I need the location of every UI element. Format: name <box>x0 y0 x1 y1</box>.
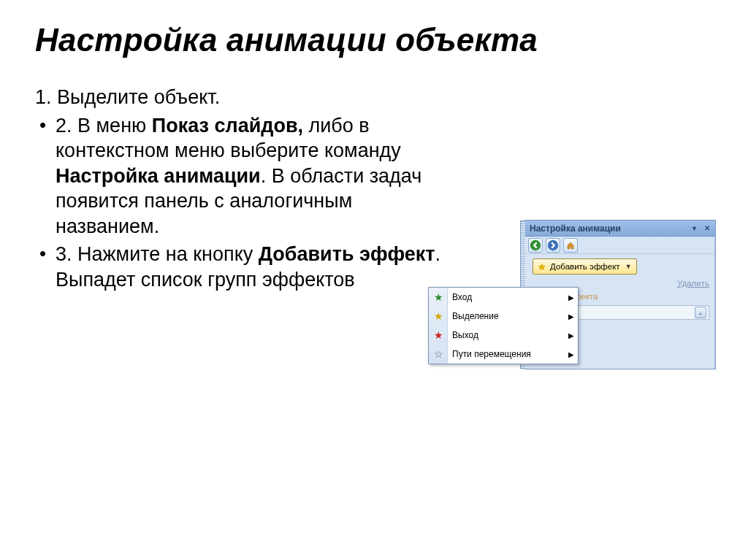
motion-path-star-icon: ☆ <box>432 348 444 360</box>
step-2: 2. В меню Показ слайдов, либо в контекст… <box>35 113 459 239</box>
popup-item-motion-paths[interactable]: ☆ Пути перемещения ▶ <box>429 345 578 364</box>
remove-link[interactable]: Удалить <box>677 279 709 288</box>
pane-header: Настройка анимации ▾ ✕ <box>525 220 715 237</box>
step-3-a: Нажмите на кнопку <box>77 243 259 265</box>
effect-popup-menu: ★ Вход ▶ ★ Выделение ▶ ★ Выход ▶ ☆ Пути … <box>428 287 579 364</box>
step-2-a: В меню <box>77 115 152 137</box>
embedded-screenshot: Настройка анимации ▾ ✕ ★ Добавить эффект… <box>428 220 742 380</box>
step-1-text: Выделите объект. <box>57 86 220 108</box>
step-2-d: Настройка анимации <box>56 165 261 187</box>
popup-item-label: Выход <box>452 330 478 340</box>
step-1: 1. Выделите объект. <box>35 85 459 110</box>
popup-item-emphasis[interactable]: ★ Выделение ▶ <box>429 307 578 326</box>
entrance-star-icon: ★ <box>432 291 444 303</box>
nav-forward-icon[interactable] <box>546 238 560 253</box>
svg-point-0 <box>530 239 541 250</box>
chevron-down-icon: ▼ <box>625 263 632 270</box>
close-icon[interactable]: ✕ <box>702 223 712 234</box>
svg-point-1 <box>548 239 558 250</box>
step-3-num: 3. <box>56 243 72 265</box>
step-2-num: 2. <box>56 115 72 137</box>
emphasis-star-icon: ★ <box>432 310 444 322</box>
step-3-b: Добавить эффект <box>259 243 435 265</box>
popup-item-label: Вход <box>452 292 472 302</box>
chevron-right-icon: ▶ <box>568 331 574 340</box>
nav-back-icon[interactable] <box>528 238 543 253</box>
popup-item-label: Пути перемещения <box>452 349 531 359</box>
popup-item-entrance[interactable]: ★ Вход ▶ <box>429 288 578 307</box>
chevron-right-icon: ▶ <box>568 312 574 321</box>
pane-nav <box>525 237 715 254</box>
pane-menu-dropdown-icon[interactable]: ▾ <box>689 223 699 234</box>
step-2-b: Показ слайдов, <box>152 115 303 137</box>
slide-title: Настройка анимации объекта <box>35 22 719 58</box>
step-1-num: 1. <box>35 86 52 108</box>
step-3: 3. Нажмите на кнопку Добавить эффект. Вы… <box>35 242 459 292</box>
star-icon: ★ <box>538 262 546 272</box>
popup-item-label: Выделение <box>452 311 499 321</box>
text-column: 1. Выделите объект. 2. В меню Показ слай… <box>35 85 459 295</box>
add-effect-button[interactable]: ★ Добавить эффект ▼ <box>533 258 637 275</box>
pane-title: Настройка анимации <box>530 223 621 234</box>
add-effect-label: Добавить эффект <box>550 262 620 271</box>
chevron-down-icon: ⌄ <box>695 307 706 318</box>
chevron-right-icon: ▶ <box>568 350 574 358</box>
chevron-right-icon: ▶ <box>568 294 574 302</box>
exit-star-icon: ★ <box>432 329 444 341</box>
nav-home-icon[interactable] <box>563 238 578 253</box>
popup-item-exit[interactable]: ★ Выход ▶ <box>429 326 578 345</box>
